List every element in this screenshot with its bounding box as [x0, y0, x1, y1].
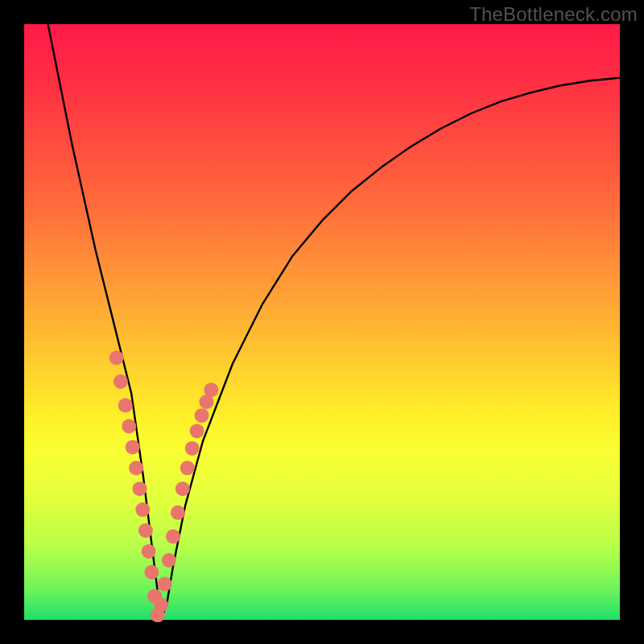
highlight-dot	[162, 553, 176, 568]
highlight-dot	[135, 502, 150, 517]
watermark-text: TheBottleneck.com	[469, 3, 638, 26]
highlight-dot	[154, 598, 168, 613]
highlight-dot	[142, 544, 156, 559]
highlight-dot	[118, 398, 133, 413]
highlight-dot	[171, 506, 185, 520]
highlight-dot	[109, 350, 124, 365]
highlight-markers	[109, 350, 219, 622]
highlight-dot	[195, 408, 209, 423]
highlight-dot	[138, 523, 153, 538]
highlight-dot	[175, 481, 190, 496]
highlight-dot	[158, 577, 172, 592]
highlight-dot	[122, 419, 136, 434]
chart-frame: TheBottleneck.com	[0, 0, 644, 644]
bottleneck-curve-svg	[24, 24, 620, 620]
highlight-dot	[133, 481, 147, 496]
highlight-dot	[166, 529, 180, 543]
bottleneck-curve-path	[48, 24, 620, 620]
highlight-dot	[114, 374, 128, 389]
highlight-dot	[144, 565, 159, 580]
highlight-dot	[126, 440, 140, 454]
highlight-dot	[204, 382, 218, 397]
plot-area	[24, 24, 620, 620]
highlight-dot	[180, 460, 195, 475]
highlight-dot	[190, 423, 204, 438]
highlight-dot	[129, 460, 143, 475]
curve-group	[48, 24, 620, 620]
highlight-dot	[185, 441, 200, 456]
